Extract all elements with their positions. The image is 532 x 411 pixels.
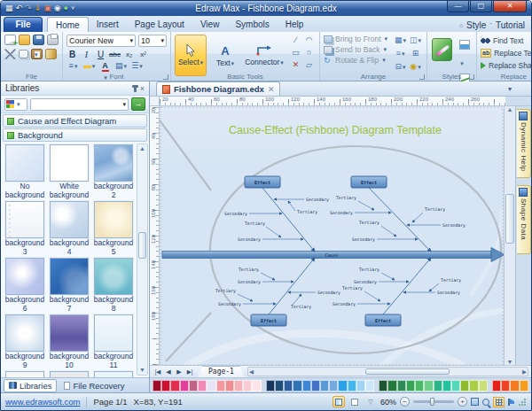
scroll-left-icon[interactable]: ◀ — [249, 368, 254, 376]
palette-swatch[interactable] — [284, 380, 293, 392]
redo-icon[interactable]: ↷ — [25, 4, 32, 13]
style-menu[interactable]: Style — [466, 20, 486, 30]
resize-grip[interactable] — [518, 398, 527, 407]
palette-swatch[interactable] — [216, 380, 225, 392]
secondary-label[interactable]: Secondary — [317, 291, 340, 295]
secondary-label[interactable]: Secondary — [224, 212, 247, 216]
main-bone[interactable] — [369, 188, 431, 252]
scroll-down-icon[interactable]: ▼ — [137, 366, 147, 375]
pin-icon[interactable] — [134, 85, 137, 92]
scrollbar-thumb[interactable] — [138, 232, 146, 259]
tertiary-branch[interactable] — [266, 227, 281, 237]
ellipse-tool-icon[interactable]: ○ — [302, 47, 316, 59]
palette-swatch[interactable] — [424, 380, 433, 392]
bullets-icon[interactable]: ☰ — [130, 60, 144, 72]
scrollbar-thumb[interactable] — [365, 368, 450, 375]
font-size-select[interactable]: 10 — [138, 35, 167, 47]
magnifier-icon[interactable] — [482, 399, 489, 406]
website-link[interactable]: www.edrawsoft.com — [5, 397, 80, 407]
select-tool-button[interactable]: Select — [175, 35, 207, 76]
tab-view[interactable]: View — [192, 17, 228, 32]
palette-swatch[interactable] — [161, 380, 170, 392]
minimize-button[interactable]: — — [447, 1, 469, 12]
tab-symbols[interactable]: Symbols — [227, 17, 277, 32]
line-spacing-icon[interactable]: ≡ — [66, 60, 80, 72]
secondary-label[interactable]: Secondary — [306, 198, 329, 202]
palette-swatch[interactable] — [293, 380, 301, 392]
tab-dynamic-help[interactable]: Dynamic Help — [517, 109, 531, 178]
last-page-button[interactable]: ▶| — [184, 367, 195, 377]
scroll-right-icon[interactable]: ▶ — [522, 368, 527, 376]
align-shapes-icon[interactable]: ◫ — [408, 35, 423, 48]
zoom-slider-thumb[interactable] — [430, 398, 434, 406]
fit-page-icon[interactable] — [471, 398, 479, 406]
background-thumbnail[interactable] — [50, 144, 89, 182]
scroll-up-icon[interactable]: ▲ — [505, 106, 515, 112]
font-family-select[interactable]: Courier New — [66, 35, 136, 47]
background-thumbnail[interactable] — [94, 314, 133, 352]
superscript-button[interactable]: x² — [137, 49, 149, 60]
palette-swatch[interactable] — [153, 380, 161, 392]
sidebar-scrollbar[interactable]: ▲ ▼ — [137, 143, 148, 376]
document-tab[interactable]: Fishbone Diagram.edx ✕ — [156, 81, 280, 96]
secondary-label[interactable]: Secondary — [437, 291, 460, 295]
view-options-button[interactable]: ▽ — [364, 396, 377, 407]
format-painter-icon[interactable] — [45, 49, 57, 59]
tab-home[interactable]: Home — [47, 17, 89, 32]
palette-swatch[interactable] — [207, 380, 215, 392]
palette-swatch[interactable] — [415, 380, 424, 392]
palette-swatch[interactable] — [266, 380, 275, 392]
main-bone[interactable] — [383, 258, 431, 314]
copy-icon[interactable] — [19, 50, 28, 58]
background-thumbnail[interactable] — [5, 314, 44, 352]
palette-swatch[interactable] — [198, 380, 207, 392]
paste-icon[interactable] — [31, 49, 43, 59]
vertical-scrollbar[interactable]: ▲ ▼ — [504, 106, 515, 365]
new-document-icon[interactable] — [4, 35, 16, 45]
tertiary-label[interactable]: Tertiary — [291, 305, 311, 309]
scrollbar-thumb[interactable] — [505, 194, 514, 244]
tertiary-label[interactable]: Tertiary — [359, 221, 379, 225]
previous-page-button[interactable]: ◀ — [163, 367, 174, 377]
page-tab[interactable]: Page-1 — [198, 366, 245, 377]
tertiary-label[interactable]: Tertiary — [425, 207, 445, 212]
secondary-label[interactable]: Secondary — [332, 302, 356, 306]
background-thumbnail[interactable] — [94, 201, 133, 238]
palette-swatch[interactable] — [479, 380, 488, 392]
tertiary-branch[interactable] — [381, 226, 396, 237]
grid-toggle-button[interactable] — [493, 397, 505, 407]
tertiary-label[interactable]: Tertiary — [215, 289, 236, 293]
tab-list-icon[interactable]: ▾ — [508, 85, 512, 93]
palette-swatch[interactable] — [180, 380, 189, 392]
print-icon[interactable] — [47, 35, 59, 45]
tutorial-menu[interactable]: Tutorial — [496, 20, 525, 30]
close-button[interactable]: ✕ — [493, 1, 527, 12]
palette-swatch[interactable] — [275, 380, 284, 392]
background-thumbnail[interactable] — [5, 144, 44, 182]
palette-swatch[interactable] — [451, 380, 460, 392]
save-all-icon[interactable]: ▣ — [43, 4, 51, 13]
background-thumbnail[interactable] — [50, 201, 89, 238]
palette-swatch[interactable] — [170, 380, 179, 392]
style-gallery-button[interactable] — [432, 38, 452, 61]
palette-swatch[interactable] — [225, 380, 234, 392]
library-search-dropdown[interactable] — [30, 98, 129, 111]
tertiary-branch[interactable] — [238, 294, 253, 301]
fish-tail-outline[interactable] — [160, 120, 211, 361]
palette-swatch[interactable] — [469, 380, 478, 392]
bold-button[interactable]: B — [66, 49, 78, 60]
palette-swatch[interactable] — [320, 380, 329, 392]
fill-style-button[interactable] — [459, 37, 473, 69]
tertiary-branch[interactable] — [412, 213, 423, 222]
maximize-button[interactable]: ▢ — [470, 1, 492, 12]
tertiary-label[interactable]: Tertiary — [359, 268, 379, 272]
background-thumbnail[interactable] — [94, 258, 133, 295]
rotate-flip-button[interactable]: ↻Rotate & Flip — [324, 56, 387, 65]
send-to-back-button[interactable]: Send to Back — [324, 45, 387, 54]
share-icon[interactable]: ● — [64, 4, 68, 13]
cut-icon[interactable] — [4, 49, 16, 59]
connector-tool-button[interactable]: Connector — [244, 35, 285, 76]
palette-swatch[interactable] — [442, 380, 451, 392]
secondary-label[interactable]: Secondary — [352, 237, 375, 242]
highlight-color-icon[interactable] — [82, 60, 96, 72]
